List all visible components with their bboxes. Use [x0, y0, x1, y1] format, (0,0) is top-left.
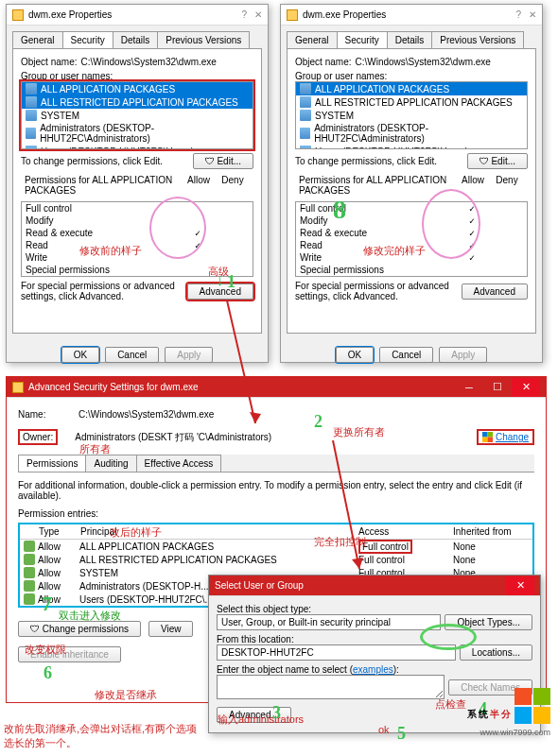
group-label: Group or user names:: [21, 71, 250, 81]
apply-button[interactable]: Apply: [165, 347, 213, 363]
titlebar[interactable]: dwm.exe Properties ? ✕: [281, 5, 542, 26]
allow-icon: [24, 580, 35, 592]
allow-col: Allow: [182, 175, 216, 196]
close-icon[interactable]: ✕: [529, 9, 536, 20]
security-panel: Object name: C:\Windows\System32\dwm.exe…: [12, 48, 262, 334]
name-label: Name:: [18, 409, 75, 420]
shield-icon: [482, 432, 493, 442]
app-icon: [12, 382, 24, 393]
app-icon: [12, 9, 24, 21]
advanced-hint: For special permissions or advanced sett…: [21, 281, 183, 301]
permissions-table: Full control✓ Modify✓ Read & execute✓ Re…: [295, 201, 528, 277]
cancel-button[interactable]: Cancel: [379, 347, 433, 363]
security-panel: Object name: C:\Windows\System32\dwm.exe…: [287, 48, 536, 334]
group-item[interactable]: Administrators (DESKTOP-HHUT2FC\Administ…: [296, 122, 527, 145]
tab-auditing[interactable]: Auditing: [85, 455, 136, 472]
table-header: Type Principal Access Inherited from: [20, 524, 532, 540]
tab-previous-versions[interactable]: Previous Versions: [431, 31, 524, 48]
advanced-button[interactable]: Advanced: [187, 284, 253, 300]
change-permissions-button[interactable]: 🛡 Change permissions: [18, 621, 141, 637]
windows-logo-icon: [514, 688, 550, 724]
tab-security[interactable]: Security: [62, 31, 113, 48]
cancel-button[interactable]: Cancel: [105, 347, 159, 363]
owner-label: Owner:: [18, 429, 58, 445]
table-row[interactable]: AllowALL APPLICATION PACKAGESFull contro…: [20, 540, 532, 553]
location-label: From this location:: [217, 634, 529, 644]
group-item-all-restricted[interactable]: ALL RESTRICTED APPLICATION PACKAGES: [22, 95, 253, 109]
groups-listbox[interactable]: ALL APPLICATION PACKAGES ALL RESTRICTED …: [295, 81, 528, 149]
tab-strip: General Security Details Previous Versio…: [287, 31, 536, 48]
object-name-input[interactable]: [217, 675, 445, 699]
group-item-all-app-pkg[interactable]: ALL APPLICATION PACKAGES: [22, 82, 253, 95]
ok-button[interactable]: OK: [336, 347, 374, 363]
tab-permissions[interactable]: Permissions: [18, 455, 86, 472]
group-item[interactable]: Users (DESKTOP-HHUT2FC\Users): [296, 145, 527, 149]
group-item-users[interactable]: Users (DESKTOP-HHUT2FC\Users): [22, 145, 253, 149]
tab-general[interactable]: General: [287, 31, 338, 48]
change-owner-link[interactable]: Change: [477, 429, 534, 445]
apply-button[interactable]: Apply: [439, 347, 487, 363]
edit-button[interactable]: 🛡 Edit...: [193, 153, 253, 169]
help-icon[interactable]: ?: [515, 9, 521, 20]
ok-button[interactable]: OK: [61, 347, 99, 363]
location-field: [217, 644, 456, 661]
titlebar[interactable]: Advanced Security Settings for dwm.exe ─…: [7, 377, 546, 398]
help-icon[interactable]: ?: [241, 9, 247, 20]
allow-icon: [24, 554, 35, 565]
table-row[interactable]: AllowALL RESTRICTED APPLICATION PACKAGES…: [20, 553, 532, 566]
group-icon: [26, 83, 37, 94]
groups-listbox[interactable]: ALL APPLICATION PACKAGES ALL RESTRICTED …: [21, 81, 253, 149]
close-button[interactable]: ✕: [512, 378, 540, 397]
object-type-field: [217, 614, 441, 630]
shield-icon: 🛡: [30, 624, 40, 634]
allow-icon: [24, 593, 35, 605]
window-title: dwm.exe Properties: [28, 9, 241, 20]
maximize-button[interactable]: ☐: [483, 378, 512, 397]
examples-link[interactable]: examples: [353, 664, 393, 675]
close-icon[interactable]: ✕: [254, 9, 262, 20]
object-name-value: C:\Windows\System32\dwm.exe: [355, 57, 490, 67]
properties-window-left: dwm.exe Properties ? ✕ General Security …: [6, 4, 269, 363]
titlebar[interactable]: dwm.exe Properties ? ✕: [7, 5, 268, 26]
object-type-label: Select this object type:: [217, 604, 529, 614]
tab-general[interactable]: General: [12, 31, 63, 48]
enable-inheritance-button[interactable]: Enable inheritance: [18, 646, 121, 662]
entries-label: Permission entries:: [18, 508, 531, 519]
group-item[interactable]: SYSTEM: [296, 109, 527, 122]
group-item[interactable]: ALL RESTRICTED APPLICATION PACKAGES: [296, 95, 527, 109]
tab-effective-access[interactable]: Effective Access: [136, 455, 222, 472]
owner-value: Administrators (DESKT 打码 'C\Administrato…: [75, 431, 477, 444]
object-types-button[interactable]: Object Types...: [445, 614, 532, 630]
group-icon: [26, 146, 37, 149]
annotation-bottom-note: 改前先取消继承,会弹出对话框,有两个选项选长的第一个。: [4, 722, 202, 750]
dialog-buttons: OK Cancel Apply: [7, 339, 268, 370]
info-text: For additional information, double-click…: [18, 480, 534, 501]
tab-previous-versions[interactable]: Previous Versions: [157, 31, 250, 48]
change-hint: To change permissions, click Edit.: [21, 156, 189, 166]
window-title: Select User or Group: [215, 580, 506, 591]
view-button[interactable]: View: [148, 621, 194, 637]
name-value: C:\Windows\System32\dwm.exe: [78, 409, 214, 420]
object-name-label: Object name:: [295, 57, 351, 67]
brand-text: 系统半分: [467, 702, 513, 722]
enter-name-label: Enter the object name to select (example…: [217, 664, 529, 675]
locations-button[interactable]: Locations...: [460, 644, 532, 661]
minimize-button[interactable]: ─: [455, 378, 483, 397]
close-button[interactable]: ✕: [506, 576, 534, 595]
group-item[interactable]: ALL APPLICATION PACKAGES: [296, 82, 527, 95]
allow-icon: [24, 541, 35, 552]
tab-details[interactable]: Details: [113, 31, 159, 48]
permissions-table: Full control Modify Read & execute✓ Read…: [21, 201, 253, 277]
tab-details[interactable]: Details: [387, 31, 433, 48]
edit-button[interactable]: 🛡 Edit...: [467, 153, 528, 169]
titlebar[interactable]: Select User or Group ✕: [209, 576, 540, 596]
advanced-button[interactable]: Advanced: [462, 284, 528, 300]
group-item-admins[interactable]: Administrators (DESKTOP-HHUT2FC\Administ…: [22, 122, 253, 145]
group-item-system[interactable]: SYSTEM: [22, 109, 253, 122]
tab-strip: General Security Details Previous Versio…: [12, 31, 262, 48]
window-title: dwm.exe Properties: [303, 9, 515, 20]
group-icon: [300, 110, 311, 121]
tab-security[interactable]: Security: [337, 31, 388, 48]
advanced-button[interactable]: Advanced...: [217, 707, 291, 723]
group-label: Group or user names:: [295, 71, 524, 81]
